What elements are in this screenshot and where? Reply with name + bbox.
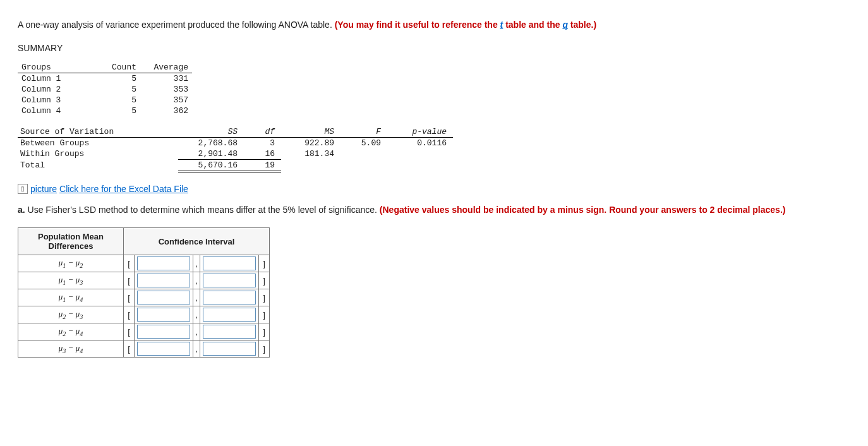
ci-col-interval: Confidence Interval: [124, 228, 270, 255]
ci-upper-input[interactable]: [203, 291, 256, 304]
ci-upper-input[interactable]: [203, 342, 256, 356]
excel-file-link-row: ▯ picture Click here for the Excel Data …: [18, 184, 850, 194]
col-f: F: [341, 126, 387, 138]
table-row: Total 5,670.16 19: [18, 159, 453, 171]
part-a-red: (Negative values should be indicated by …: [380, 205, 786, 215]
col-groups: Groups: [18, 62, 101, 73]
ci-upper-input[interactable]: [203, 308, 256, 322]
excel-file-link[interactable]: Click here for the Excel Data File: [59, 184, 188, 194]
table-row: μ1 − μ3 [ , ]: [18, 272, 270, 289]
col-count: Count: [101, 62, 140, 73]
summary-heading: SUMMARY: [18, 43, 850, 53]
ci-lower-input[interactable]: [137, 291, 190, 304]
table-row: Column 15331: [18, 73, 192, 84]
q-table-link[interactable]: q: [562, 20, 568, 30]
ci-lower-input[interactable]: [137, 342, 190, 356]
table-row: μ1 − μ4 [ , ]: [18, 289, 270, 306]
table-row: μ2 − μ3 [ , ]: [18, 306, 270, 323]
ci-upper-input[interactable]: [203, 274, 256, 287]
broken-image-icon: ▯: [18, 184, 28, 194]
table-row: μ3 − μ4 [ , ]: [18, 341, 270, 358]
table-row: μ1 − μ2 [ , ]: [18, 255, 270, 272]
part-a-prompt: a. Use Fisher's LSD method to determine …: [18, 204, 850, 217]
summary-table: Groups Count Average Column 15331 Column…: [18, 62, 192, 116]
table-row: Between Groups 2,768.68 3 922.89 5.09 0.…: [18, 137, 453, 148]
anova-table: Source of Variation SS df MS F p-value B…: [18, 126, 453, 172]
intro-text: A one-way analysis of variance experimen…: [18, 20, 335, 30]
ci-lower-input[interactable]: [137, 274, 190, 287]
col-ss: SS: [178, 126, 244, 138]
intro-red-1: (You may find it useful to reference the…: [335, 20, 596, 30]
col-df: df: [244, 126, 281, 138]
table-row: μ2 − μ4 [ , ]: [18, 323, 270, 341]
excel-file-alt[interactable]: picture: [30, 184, 57, 194]
col-average: Average: [140, 62, 192, 73]
col-ms: MS: [281, 126, 341, 138]
part-a-label: a.: [18, 205, 25, 215]
ci-lower-input[interactable]: [137, 325, 190, 339]
ci-lower-input[interactable]: [137, 308, 190, 322]
table-row: Within Groups 2,901.48 16 181.34: [18, 148, 453, 160]
table-row: Column 25353: [18, 84, 192, 95]
confidence-interval-table: Population Mean Differences Confidence I…: [18, 227, 270, 358]
col-source: Source of Variation: [18, 126, 178, 138]
ci-col-diff: Population Mean Differences: [18, 228, 124, 255]
ci-upper-input[interactable]: [203, 325, 256, 339]
ci-upper-input[interactable]: [203, 256, 256, 270]
problem-intro: A one-way analysis of variance experimen…: [18, 19, 850, 32]
ci-lower-input[interactable]: [137, 256, 190, 270]
table-row: Column 35357: [18, 95, 192, 105]
col-p: p-value: [387, 126, 453, 138]
table-row: Column 45362: [18, 105, 192, 116]
